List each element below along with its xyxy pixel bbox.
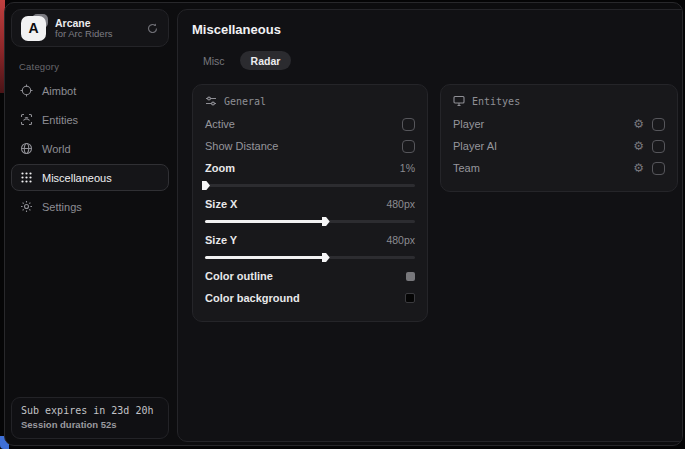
sliders-icon [205,95,217,107]
zoom-slider[interactable] [205,180,415,190]
sidebar-item-label: World [42,143,71,155]
setting-value: 480px [386,234,415,246]
setting-value: 480px [386,198,415,210]
tab-radar[interactable]: Radar [240,51,292,70]
subscription-expiry: Sub expires in 23d 20h [21,405,159,416]
crosshair-icon [20,84,33,97]
gear-icon[interactable]: ⚙ [633,140,644,152]
setting-row-zoom: Zoom 1% [205,157,415,179]
team-checkbox[interactable] [652,162,665,175]
subscription-card: Sub expires in 23d 20h Session duration … [11,397,169,439]
session-duration: Session duration 52s [21,419,159,430]
sidebar-item-settings[interactable]: Settings [11,193,169,220]
sidebar-item-world[interactable]: World [11,135,169,162]
general-panel: General Active Show Distance Zoom 1% [192,84,428,322]
app-window: A Arcane for Arc Riders Category Aimbot … [4,2,683,446]
sidebar-item-entities[interactable]: Entities [11,106,169,133]
setting-row-size-x: Size X 480px [205,193,415,215]
page-title: Miscellaneous [192,22,678,37]
color-outline-swatch[interactable] [406,272,415,281]
brand-subtitle: for Arc Riders [55,29,137,40]
entity-label: Player [453,118,633,130]
scan-icon [20,113,33,126]
entities-panel: Entityes Player ⚙ Player AI ⚙ Team ⚙ [440,84,678,192]
refresh-icon[interactable] [146,22,159,35]
gear-icon [20,200,33,213]
setting-label: Active [205,118,235,130]
tab-misc[interactable]: Misc [192,51,236,70]
tab-bar: Misc Radar [192,51,678,70]
setting-label: Show Distance [205,140,278,152]
gear-icon[interactable]: ⚙ [633,118,644,130]
size-y-slider[interactable] [205,252,415,262]
active-checkbox[interactable] [402,118,415,131]
sidebar-item-miscellaneous[interactable]: Miscellaneous [11,164,169,191]
panel-title: Entityes [472,96,520,107]
dots-grid-icon [20,171,33,184]
monitor-icon [453,95,465,107]
setting-row-size-y: Size Y 480px [205,229,415,251]
setting-label: Size X [205,198,237,210]
setting-value: 1% [400,162,415,174]
show-distance-checkbox[interactable] [402,140,415,153]
globe-icon [20,142,33,155]
slider-thumb[interactable] [202,181,210,190]
setting-label: Color background [205,292,300,304]
slider-thumb[interactable] [322,217,330,226]
setting-row-color-background: Color background [205,287,415,309]
color-background-swatch[interactable] [405,293,415,303]
entity-label: Player AI [453,140,633,152]
brand-card[interactable]: A Arcane for Arc Riders [11,9,169,47]
app-logo: A [21,16,46,41]
sidebar-item-aimbot[interactable]: Aimbot [11,77,169,104]
setting-row-show-distance: Show Distance [205,135,415,157]
sidebar: A Arcane for Arc Riders Category Aimbot … [5,3,175,445]
category-label: Category [19,61,169,72]
slider-thumb[interactable] [322,253,330,262]
sidebar-item-label: Settings [42,201,82,213]
setting-label: Zoom [205,162,235,174]
entity-label: Team [453,162,633,174]
entity-row-team: Team ⚙ [453,157,665,179]
app-logo-letter: A [21,16,46,41]
setting-label: Size Y [205,234,237,246]
gear-icon[interactable]: ⚙ [633,162,644,174]
entity-row-player: Player ⚙ [453,113,665,135]
main-content: Miscellaneous Misc Radar General Active [177,9,683,442]
setting-label: Color outline [205,270,273,282]
setting-row-color-outline: Color outline [205,265,415,287]
sidebar-item-label: Aimbot [42,85,76,97]
player-ai-checkbox[interactable] [652,140,665,153]
sidebar-item-label: Miscellaneous [42,172,112,184]
setting-row-active: Active [205,113,415,135]
player-checkbox[interactable] [652,118,665,131]
brand-name: Arcane [55,17,137,29]
panel-title: General [224,96,266,107]
sidebar-item-label: Entities [42,114,78,126]
size-x-slider[interactable] [205,216,415,226]
entity-row-player-ai: Player AI ⚙ [453,135,665,157]
